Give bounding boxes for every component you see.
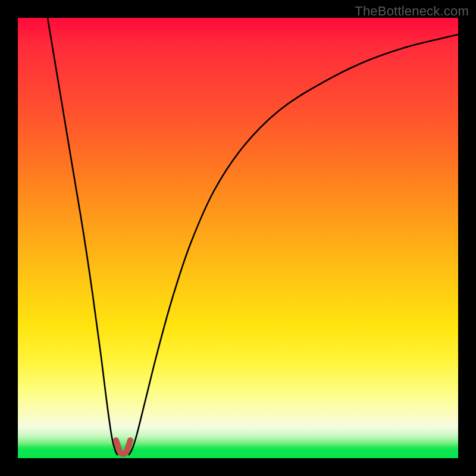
watermark-text: TheBottleneck.com — [355, 4, 469, 19]
curve-group — [48, 18, 458, 455]
dip-marker-path — [116, 440, 130, 454]
chart-svg — [18, 18, 458, 458]
left-branch-path — [48, 18, 118, 455]
right-branch-path — [129, 35, 458, 455]
